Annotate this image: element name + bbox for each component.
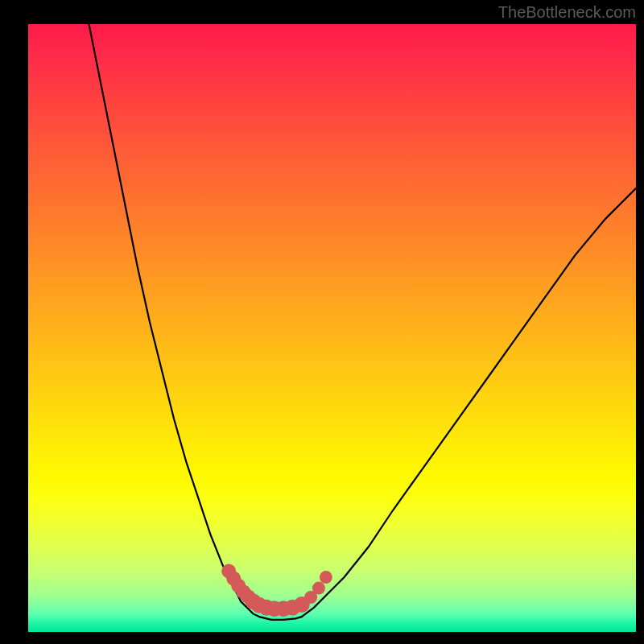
chart-svg xyxy=(28,24,636,632)
series-flat-bottom xyxy=(259,617,302,620)
marker-group xyxy=(221,564,332,617)
watermark-text: TheBottleneck.com xyxy=(498,3,636,22)
chart-area xyxy=(28,24,636,632)
series-right-curve xyxy=(302,188,636,617)
series-left-curve xyxy=(89,24,259,617)
marker-dot xyxy=(312,582,325,595)
curve-group xyxy=(89,24,637,620)
marker-dot xyxy=(320,571,332,584)
